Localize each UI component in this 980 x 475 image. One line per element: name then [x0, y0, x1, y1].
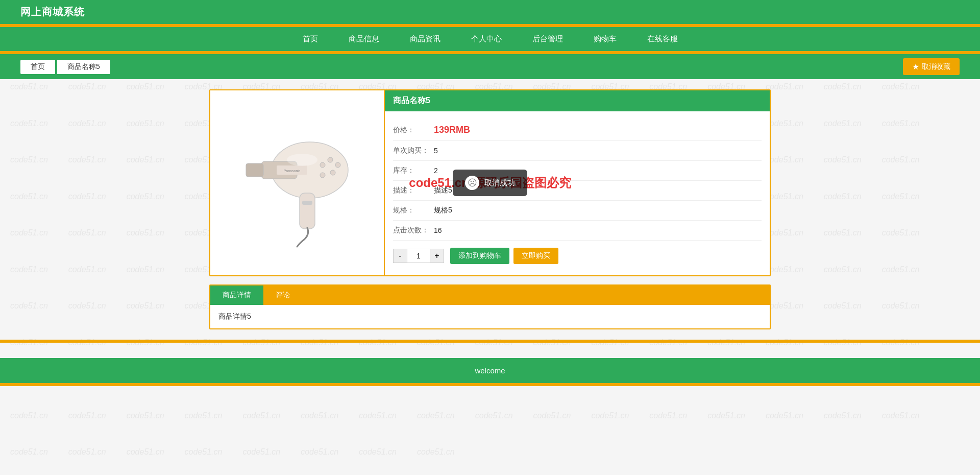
svg-rect-11	[302, 201, 312, 205]
tab-content: 商品详情5	[210, 305, 770, 328]
svg-text:Panasonic: Panasonic	[284, 169, 301, 173]
product-name-header: 商品名称5	[385, 90, 770, 111]
views-value: 16	[434, 226, 442, 234]
top-bar: 网上商城系统	[0, 0, 980, 24]
tabs-section: 商品详情 评论 商品详情5	[209, 284, 771, 329]
svg-point-5	[328, 157, 333, 162]
toast-message: 取消成功	[484, 178, 515, 188]
footer-text: welcome	[475, 366, 505, 375]
svg-point-6	[335, 162, 340, 168]
breadcrumb: 首页 商品名称5	[20, 60, 110, 74]
toast-icon-face: ☹	[468, 177, 477, 188]
desc-label: 描述：	[393, 186, 434, 195]
svg-point-4	[320, 162, 325, 168]
stock-row: 库存： 2	[393, 161, 762, 181]
spec-value: 规格5	[434, 206, 452, 215]
price-row: 价格： 139RMB	[393, 120, 762, 141]
nav-products[interactable]: 商品信息	[349, 34, 379, 44]
desc-row: 描述： 描述5	[393, 181, 762, 201]
spec-label: 规格：	[393, 206, 434, 215]
site-title: 网上商城系统	[20, 5, 85, 19]
main-content: Panasonic 商品名称5 价格： 139RMB	[209, 89, 771, 329]
spec-row: 规格： 规格5	[393, 201, 762, 221]
svg-rect-2	[246, 163, 263, 177]
tab-product-detail[interactable]: 商品详情	[210, 286, 263, 305]
nav-home[interactable]: 首页	[303, 34, 318, 44]
product-image-area: Panasonic	[210, 90, 384, 275]
star-icon: ★	[912, 62, 919, 72]
nav-profile[interactable]: 个人中心	[471, 34, 502, 44]
buy-now-button[interactable]: 立即购买	[513, 248, 558, 264]
toast-notification: ☹ 取消成功	[453, 170, 527, 196]
price-label: 价格：	[393, 126, 434, 135]
single-purchase-row: 单次购买： 5	[393, 141, 762, 161]
nav-cart[interactable]: 购物车	[594, 34, 617, 44]
stock-label: 库存：	[393, 166, 434, 175]
action-row: - + 添加到购物车 立即购买	[393, 241, 762, 267]
stock-value: 2	[434, 167, 438, 175]
product-image: Panasonic	[226, 111, 369, 254]
unfav-label: 取消收藏	[922, 62, 950, 72]
unfav-button[interactable]: ★ 取消收藏	[903, 58, 960, 75]
breadcrumb-home[interactable]: 首页	[20, 60, 55, 74]
single-purchase-value: 5	[434, 147, 438, 155]
nav-bar: 首页 商品信息 商品资讯 个人中心 后台管理 购物车 在线客服	[0, 27, 980, 51]
svg-point-7	[330, 170, 335, 175]
nav-admin[interactable]: 后台管理	[532, 34, 563, 44]
qty-increase-button[interactable]: +	[430, 249, 444, 263]
product-info-body: 价格： 139RMB 单次购买： 5 库存： 2 描述： 描述5	[385, 111, 770, 275]
product-info-area: 商品名称5 价格： 139RMB 单次购买： 5 库存： 2	[384, 90, 770, 275]
add-to-cart-button[interactable]: 添加到购物车	[450, 248, 509, 264]
footer: welcome	[0, 358, 980, 383]
tab-comments[interactable]: 评论	[263, 286, 302, 305]
svg-point-12	[287, 154, 317, 166]
svg-rect-3	[300, 193, 315, 229]
footer-bottom-orange-stripe	[0, 383, 980, 386]
price-value: 139RMB	[434, 125, 470, 135]
quantity-stepper: - +	[393, 249, 444, 263]
views-label: 点击次数：	[393, 226, 434, 235]
desc-value: 描述5	[434, 186, 452, 195]
single-purchase-label: 单次购买：	[393, 146, 434, 155]
breadcrumb-product: 商品名称5	[57, 60, 110, 74]
toast-icon: ☹	[465, 176, 479, 190]
breadcrumb-area: 首页 商品名称5 ★ 取消收藏	[0, 54, 980, 79]
nav-service[interactable]: 在线客服	[647, 34, 678, 44]
qty-input[interactable]	[407, 249, 430, 263]
tabs-header: 商品详情 评论	[210, 286, 770, 305]
views-row: 点击次数： 16	[393, 221, 762, 241]
nav-news[interactable]: 商品资讯	[410, 34, 440, 44]
svg-point-8	[320, 173, 325, 178]
qty-decrease-button[interactable]: -	[393, 249, 407, 263]
product-wrapper: Panasonic 商品名称5 价格： 139RMB	[209, 89, 771, 276]
footer-orange-stripe	[0, 340, 980, 343]
